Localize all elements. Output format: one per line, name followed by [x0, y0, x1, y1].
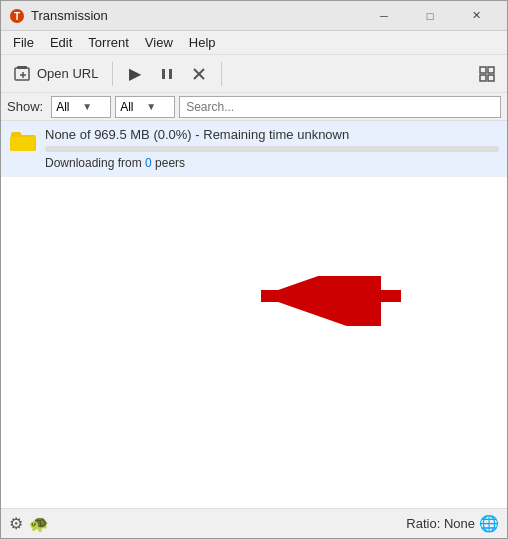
torrent-item[interactable]: None of 969.5 MB (0.0%) - Remaining time…	[1, 121, 507, 177]
svg-rect-12	[480, 75, 486, 81]
torrent-progress-bar	[45, 146, 499, 152]
filter1-arrow-icon: ▼	[82, 101, 106, 112]
open-url-button[interactable]: Open URL	[7, 62, 104, 86]
empty-torrent-area	[1, 177, 507, 506]
menu-edit[interactable]: Edit	[42, 33, 80, 52]
svg-rect-6	[162, 69, 165, 79]
stop-button[interactable]	[185, 60, 213, 88]
svg-rect-11	[488, 67, 494, 73]
grid-icon	[478, 65, 496, 83]
turtle-icon[interactable]: 🐢	[29, 514, 49, 533]
filter-bar: Show: All ▼ All ▼	[1, 93, 507, 121]
app-title: Transmission	[31, 8, 108, 23]
search-input[interactable]	[179, 96, 501, 118]
torrent-status: Downloading from 0 peers	[45, 156, 499, 170]
menu-torrent[interactable]: Torrent	[80, 33, 136, 52]
red-arrow-annotation	[251, 276, 411, 329]
play-button[interactable]: ▶	[121, 60, 149, 88]
show-label: Show:	[7, 99, 43, 114]
filter2-value: All	[120, 100, 144, 114]
pause-icon	[159, 66, 175, 82]
torrent-name: None of 969.5 MB (0.0%) - Remaining time…	[45, 127, 499, 142]
status-left: ⚙ 🐢	[9, 514, 49, 533]
content-area: None of 969.5 MB (0.0%) - Remaining time…	[1, 121, 507, 538]
svg-rect-3	[17, 66, 27, 69]
folder-icon	[9, 129, 37, 159]
toolbar-separator-2	[221, 62, 222, 86]
status-bar: ⚙ 🐢 Ratio: None 🌐	[1, 508, 507, 538]
window-controls: ─ □ ✕	[361, 1, 499, 31]
torrent-name-text: None of 969.5 MB (0.0%) - Remaining time…	[45, 127, 349, 142]
filter-select-2[interactable]: All ▼	[115, 96, 175, 118]
filter-select-1[interactable]: All ▼	[51, 96, 111, 118]
menu-file[interactable]: File	[5, 33, 42, 52]
svg-rect-7	[169, 69, 172, 79]
menu-view[interactable]: View	[137, 33, 181, 52]
title-bar: T Transmission ─ □ ✕	[1, 1, 507, 31]
svg-rect-13	[488, 75, 494, 81]
svg-rect-10	[480, 67, 486, 73]
stop-icon	[192, 67, 206, 81]
main-window: T Transmission ─ □ ✕ File Edit Torrent V…	[0, 0, 508, 539]
pause-button[interactable]	[153, 60, 181, 88]
app-icon: T	[9, 8, 25, 24]
menu-help[interactable]: Help	[181, 33, 224, 52]
globe-icon[interactable]: 🌐	[479, 514, 499, 533]
folder-svg	[9, 129, 37, 153]
svg-rect-2	[15, 68, 29, 80]
filter2-arrow-icon: ▼	[146, 101, 170, 112]
red-arrow-svg	[251, 276, 411, 326]
open-url-icon	[13, 64, 33, 84]
minimize-button[interactable]: ─	[361, 1, 407, 31]
filter1-value: All	[56, 100, 80, 114]
toolbar-separator-1	[112, 62, 113, 86]
close-button[interactable]: ✕	[453, 1, 499, 31]
gear-icon[interactable]: ⚙	[9, 514, 23, 533]
view-mode-button[interactable]	[473, 60, 501, 88]
status-right: Ratio: None 🌐	[406, 514, 499, 533]
maximize-button[interactable]: □	[407, 1, 453, 31]
title-bar-left: T Transmission	[9, 8, 108, 24]
menu-bar: File Edit Torrent View Help	[1, 31, 507, 55]
torrent-details: None of 969.5 MB (0.0%) - Remaining time…	[45, 127, 499, 170]
toolbar: Open URL ▶	[1, 55, 507, 93]
open-url-label: Open URL	[37, 66, 98, 81]
ratio-label: Ratio: None	[406, 516, 475, 531]
svg-text:T: T	[14, 11, 20, 22]
peers-count: 0	[145, 156, 152, 170]
